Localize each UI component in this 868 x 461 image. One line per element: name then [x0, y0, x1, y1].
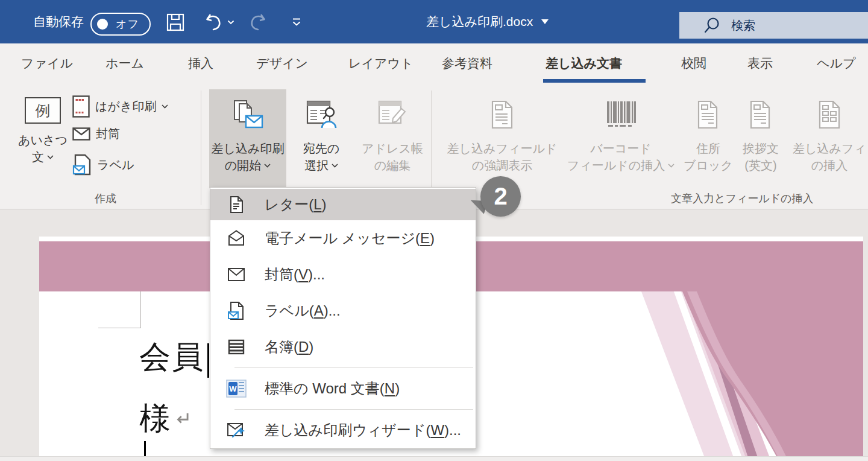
step-badge: 2 [480, 176, 521, 217]
greeting-text-button[interactable]: 例 あいさつ 文 [15, 89, 71, 188]
tab-insert[interactable]: 挿入 [188, 43, 213, 83]
directory-icon [227, 339, 245, 355]
title-dropdown-icon [541, 19, 549, 24]
mail-merge-wizard-icon [227, 421, 246, 439]
barcode-icon [604, 100, 638, 130]
title-bar: 自動保存 オフ [0, 0, 868, 43]
document-title[interactable]: 差し込み印刷.docx [426, 0, 549, 43]
menu-item-normal-word-document[interactable]: W 標準の Word 文書(N) [210, 370, 476, 407]
label-icon [227, 301, 245, 320]
text-cursor [144, 441, 146, 457]
menu-item-labels[interactable]: ラベル(A)... [210, 293, 476, 329]
undo-dropdown[interactable] [224, 11, 237, 34]
document-text-line1: 会員 [139, 336, 204, 378]
letter-icon [227, 196, 245, 214]
merge-field-guide-line [98, 328, 141, 328]
menu-separator [234, 367, 473, 368]
menu-item-directory[interactable]: 名簿(D) [210, 329, 476, 365]
group-label-create: 作成 [72, 191, 139, 206]
page-bottom-strip [0, 456, 868, 461]
toggle-knob-icon [97, 19, 108, 30]
group-label-fields: 文章入力とフィールドの挿入 [671, 191, 814, 206]
labels-button[interactable]: ラベル [72, 154, 134, 176]
greeting-line-button[interactable]: 挨拶文 (英文) [734, 89, 787, 188]
chevron-down-icon [47, 155, 54, 159]
address-block-button[interactable]: 住所 ブロック [684, 89, 732, 188]
word-window: 自動保存 オフ [0, 0, 868, 461]
menu-separator [234, 409, 473, 410]
highlight-merge-fields-button[interactable]: 差し込みフィールド の強調表示 [442, 89, 562, 188]
chevron-down-icon [668, 164, 675, 168]
svg-text:W: W [229, 384, 237, 393]
insertion-bar [207, 343, 209, 378]
menu-item-letters[interactable]: レター(L) [210, 189, 476, 220]
greeting-line-icon [747, 100, 774, 130]
chevron-down-icon [227, 20, 234, 25]
search-placeholder: 検索 [731, 17, 755, 34]
group-separator [201, 91, 201, 205]
highlight-fields-icon [488, 100, 517, 130]
tab-view[interactable]: 表示 [747, 43, 773, 83]
tab-design[interactable]: デザイン [256, 43, 308, 83]
brush-stroke-graphic [615, 291, 863, 456]
edit-list-icon [377, 99, 408, 130]
edit-recipient-list-button[interactable]: アドレス帳 の編集 [356, 89, 429, 188]
chevron-down-icon [264, 164, 271, 168]
redo-button[interactable] [247, 11, 270, 34]
tab-layout[interactable]: レイアウト [348, 43, 413, 83]
menu-item-envelopes[interactable]: 封筒(V)... [210, 256, 476, 293]
insert-barcode-button[interactable]: バーコード フィールドの挿入 [564, 89, 678, 188]
paragraph-return-icon [174, 411, 190, 427]
quick-access-customize-button[interactable] [288, 11, 305, 34]
postcard-icon [72, 95, 90, 118]
insert-merge-field-icon [816, 100, 843, 130]
tab-review[interactable]: 校閲 [681, 43, 706, 83]
word-document-icon: W [226, 379, 247, 398]
example-icon: 例 [25, 97, 61, 124]
address-block-icon [695, 100, 722, 130]
menu-item-mail-merge-wizard[interactable]: 差し込み印刷ウィザード(W)... [210, 412, 476, 448]
undo-button[interactable] [201, 11, 224, 34]
ribbon-tab-row: ファイル ホーム 挿入 デザイン レイアウト 参考資料 差し込み文書 校閲 表示… [0, 43, 868, 87]
select-recipients-button[interactable]: 宛先の 選択 [288, 89, 354, 188]
email-icon [227, 229, 245, 247]
save-button[interactable] [164, 11, 187, 34]
save-icon [165, 12, 186, 33]
start-mail-merge-button[interactable]: 差し込み印刷 の開始 [209, 89, 286, 188]
insert-merge-field-button[interactable]: 差し込みフィ の挿入 [791, 89, 868, 188]
menu-item-email-messages[interactable]: 電子メール メッセージ(E) [210, 220, 476, 256]
autosave-label: 自動保存 [33, 0, 84, 43]
tab-file[interactable]: ファイル [21, 43, 73, 83]
search-icon [702, 15, 723, 36]
mail-merge-icon [231, 99, 264, 130]
envelope-button[interactable]: 封筒 [72, 126, 120, 142]
undo-icon [202, 11, 224, 33]
active-tab-underline [543, 79, 646, 83]
start-mail-merge-menu: レター(L) 電子メール メッセージ(E) 封筒(V)... [210, 187, 476, 449]
tab-help[interactable]: ヘルプ [817, 43, 855, 83]
autosave-state-label: オフ [116, 17, 139, 31]
envelope-icon [72, 127, 90, 141]
document-text-line2: 様 [139, 398, 190, 440]
chevron-down-icon [162, 104, 168, 109]
redo-icon [248, 11, 269, 33]
chevron-down-icon [332, 164, 338, 168]
envelope-icon [227, 267, 245, 282]
tab-references[interactable]: 参考資料 [442, 43, 492, 83]
customize-toolbar-icon [291, 17, 302, 27]
tab-mailings[interactable]: 差し込み文書 [546, 43, 622, 83]
label-icon [72, 154, 92, 176]
search-input[interactable]: 検索 [679, 12, 868, 39]
tab-home[interactable]: ホーム [105, 43, 144, 83]
merge-field-guide-line [140, 291, 141, 328]
autosave-toggle[interactable]: オフ [90, 13, 151, 36]
select-recipients-icon [306, 99, 337, 130]
postcard-print-button[interactable]: はがき印刷 [72, 95, 168, 118]
